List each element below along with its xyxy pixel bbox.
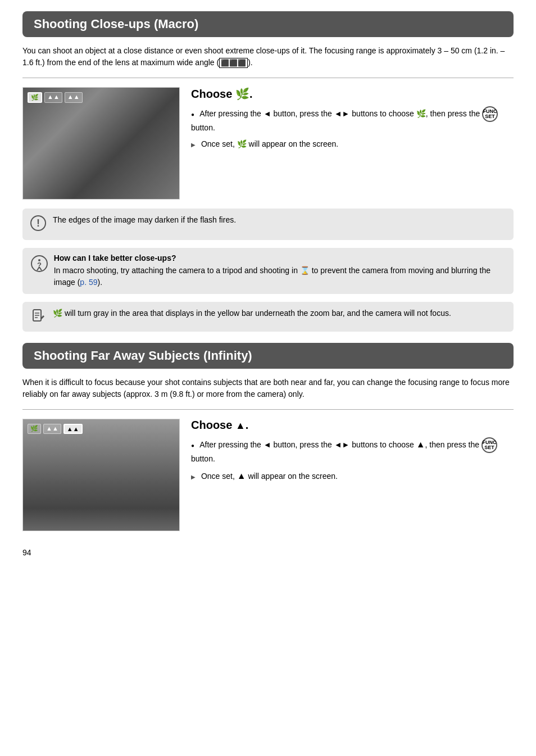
macro-note-box: 🌿 will turn gray in the area that displa… (22, 302, 514, 332)
infinity-bullet-1: After pressing the ◄ button, press the ◄… (191, 437, 514, 465)
macro-icon-active: 🌿 (28, 92, 42, 103)
macro-notice-text: The edges of the image may darken if the… (53, 214, 236, 226)
svg-text:?: ? (37, 261, 42, 269)
infinity-bullet-2: Once set, ▲ will appear on the screen. (191, 469, 514, 483)
macro-icon-aa1: ▲▲ (44, 92, 62, 103)
infinity-content-row: 🌿 ▲▲ ▲▲ Infinity Choose ▲. After pressin… (22, 419, 514, 531)
macro-notice-box: ! The edges of the image may darken if t… (22, 209, 514, 240)
macro-section: Shooting Close-ups (Macro) You can shoot… (22, 11, 514, 332)
tip-body: In macro shooting, try attaching the cam… (54, 265, 506, 288)
infinity-image-icons: 🌿 ▲▲ ▲▲ (28, 424, 83, 434)
macro-section-title: Shooting Close-ups (Macro) (22, 11, 514, 37)
tip-link[interactable]: p. 59 (80, 278, 97, 287)
infinity-bullet-list: After pressing the ◄ button, press the ◄… (191, 437, 514, 483)
func-set-button-1: FUNCSET (482, 106, 498, 122)
func-set-button-2: FUNCSET (482, 437, 497, 453)
svg-text:!: ! (37, 218, 40, 229)
macro-instructions: Choose 🌿. After pressing the ◄ button, p… (191, 87, 514, 200)
tip-icon: ? (30, 255, 47, 275)
infinity-section: Shooting Far Away Subjects (Infinity) Wh… (22, 343, 514, 531)
macro-bullet-list: After pressing the ◄ button, press the ◄… (191, 106, 514, 150)
macro-bullet-2: Once set, 🌿 will appear on the screen. (191, 138, 514, 150)
infinity-choose-title: Choose ▲. (191, 419, 514, 432)
macro-bg-image (23, 88, 179, 199)
macro-note-text: 🌿 will turn gray in the area that displa… (53, 307, 451, 319)
section-divider-2 (22, 409, 514, 410)
macro-intro: You can shoot an object at a close dista… (22, 45, 514, 69)
infinity-icon-macro: 🌿 (28, 424, 41, 434)
infinity-bg-image (23, 419, 179, 531)
macro-tip-box: ? How can I take better close-ups? In ma… (22, 248, 514, 294)
page-number: 94 (22, 548, 514, 557)
tip-title: How can I take better close-ups? (54, 253, 506, 262)
macro-choose-title: Choose 🌿. (191, 87, 514, 101)
infinity-icon-active: ▲▲ (63, 424, 83, 434)
infinity-icon-aa: ▲▲ (43, 424, 61, 434)
note-pencil-icon (30, 309, 46, 326)
section-divider-1 (22, 78, 514, 78)
infinity-image-box: 🌿 ▲▲ ▲▲ Infinity (22, 419, 180, 531)
notice-icon: ! (30, 215, 46, 234)
macro-icon-aa2: ▲▲ (65, 92, 83, 103)
infinity-instructions: Choose ▲. After pressing the ◄ button, p… (191, 419, 514, 531)
macro-image-box: 🌿 ▲▲ ▲▲ Macro (22, 87, 180, 200)
infinity-section-title: Shooting Far Away Subjects (Infinity) (22, 343, 514, 369)
macro-image-icons: 🌿 ▲▲ ▲▲ (28, 92, 83, 103)
infinity-intro: When it is difficult to focus because yo… (22, 377, 514, 400)
macro-content-row: 🌿 ▲▲ ▲▲ Macro Choose 🌿. After pressing t… (22, 87, 514, 200)
tip-content-area: How can I take better close-ups? In macr… (54, 253, 506, 288)
macro-bullet-1: After pressing the ◄ button, press the ◄… (191, 106, 514, 134)
